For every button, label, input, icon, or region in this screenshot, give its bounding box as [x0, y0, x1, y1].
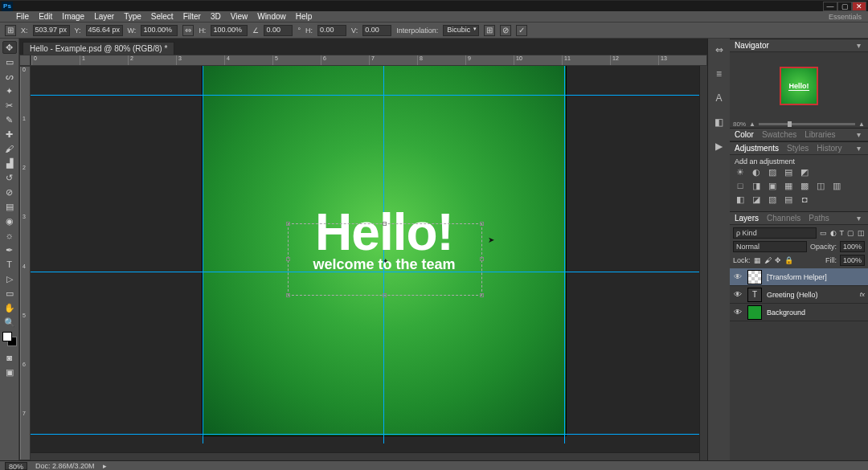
blur-tool-icon[interactable]: ◉: [2, 215, 17, 227]
transform-handle[interactable]: [480, 293, 484, 297]
menu-image[interactable]: Image: [57, 11, 89, 22]
minimize-button[interactable]: —: [823, 2, 837, 11]
tab-libraries[interactable]: Libraries: [805, 130, 835, 139]
menu-edit[interactable]: Edit: [34, 11, 57, 22]
eyedropper-tool-icon[interactable]: ✎: [2, 113, 17, 126]
menu-help[interactable]: Help: [291, 11, 317, 22]
brush-tool-icon[interactable]: 🖌: [2, 142, 17, 155]
transform-bounding-box[interactable]: ✦ ➤: [288, 223, 482, 296]
collapsed-panel-icon[interactable]: ▶: [711, 138, 727, 154]
transform-ref-point-icon[interactable]: ⊞: [5, 25, 16, 36]
opt-skewv-input[interactable]: 0.00: [362, 25, 391, 36]
layer-thumbnail[interactable]: [747, 305, 762, 320]
transform-handle[interactable]: [286, 293, 290, 297]
tab-navigator[interactable]: Navigator: [735, 41, 769, 50]
opt-skewh-input[interactable]: 0.00: [317, 25, 346, 36]
menu-layer[interactable]: Layer: [89, 11, 119, 22]
transform-handle[interactable]: [383, 293, 387, 297]
scrollbar-vertical[interactable]: [699, 66, 707, 460]
layer-thumbnail[interactable]: [747, 270, 762, 284]
hand-tool-icon[interactable]: ✋: [2, 301, 17, 314]
lock-transparent-icon[interactable]: ▦: [754, 256, 761, 264]
opt-angle-input[interactable]: 0.00: [264, 25, 293, 36]
close-button[interactable]: ✕: [852, 2, 866, 11]
layer-fx-badge[interactable]: fx: [860, 291, 865, 298]
filter-adjust-icon[interactable]: ◐: [830, 229, 837, 237]
menu-filter[interactable]: Filter: [178, 11, 206, 22]
layer-filter-kind[interactable]: ρ Kind: [733, 227, 817, 239]
crop-tool-icon[interactable]: ✂: [2, 99, 17, 112]
collapsed-panel-icon[interactable]: ◧: [711, 114, 727, 130]
path-tool-icon[interactable]: ▷: [2, 272, 17, 285]
transform-handle[interactable]: [383, 222, 387, 226]
collapsed-panel-icon[interactable]: A: [711, 90, 727, 106]
move-tool-icon[interactable]: ✥: [2, 41, 17, 54]
adj-exposure-icon[interactable]: ▤: [783, 167, 794, 178]
opt-w-input[interactable]: 100.00%: [141, 25, 178, 36]
eraser-tool-icon[interactable]: ⊘: [2, 186, 17, 198]
shape-tool-icon[interactable]: ▭: [2, 287, 17, 300]
layer-name[interactable]: Background: [767, 309, 805, 317]
layer-row[interactable]: 👁 [Transform Helper]: [730, 268, 868, 286]
panel-menu-icon[interactable]: ▾: [854, 41, 863, 50]
cancel-transform-icon[interactable]: ⊘: [500, 25, 511, 36]
transform-handle[interactable]: [286, 257, 290, 261]
menu-3d[interactable]: 3D: [206, 11, 226, 22]
lasso-tool-icon[interactable]: ᔕ: [2, 70, 17, 83]
gradient-tool-icon[interactable]: ▤: [2, 200, 17, 213]
tab-history[interactable]: History: [817, 144, 841, 153]
pen-tool-icon[interactable]: ✒: [2, 243, 17, 256]
transform-handle[interactable]: [480, 222, 484, 226]
filter-smart-icon[interactable]: ◫: [858, 229, 865, 237]
tab-layers[interactable]: Layers: [735, 214, 759, 223]
screen-mode-icon[interactable]: ▣: [2, 366, 17, 378]
navigator-thumbnail[interactable]: Hello!: [780, 67, 818, 105]
adj-lookup-icon[interactable]: ◫: [815, 181, 826, 191]
adj-hue-icon[interactable]: □: [735, 181, 746, 191]
zoom-slider-knob[interactable]: [788, 121, 792, 127]
history-brush-tool-icon[interactable]: ↺: [2, 171, 17, 184]
adj-selective-color-icon[interactable]: ▤: [783, 194, 794, 205]
lock-position-icon[interactable]: ✥: [775, 256, 781, 264]
menu-file[interactable]: File: [11, 11, 34, 22]
adj-channel-mixer-icon[interactable]: ▩: [799, 181, 810, 191]
canvas-viewport[interactable]: Hello! welcome to the team ✦ ➤: [31, 66, 707, 460]
blend-mode-select[interactable]: Normal: [733, 241, 807, 252]
tab-channels[interactable]: Channels: [767, 214, 800, 223]
adj-gradient-map-icon[interactable]: ▧: [767, 194, 778, 205]
status-arrow-icon[interactable]: ▸: [103, 462, 107, 470]
adj-bw-icon[interactable]: ▣: [767, 181, 778, 191]
link-wh-icon[interactable]: ⇔: [182, 25, 194, 36]
menu-select[interactable]: Select: [146, 11, 178, 22]
panel-menu-icon[interactable]: ▾: [854, 144, 863, 153]
menu-view[interactable]: View: [226, 11, 253, 22]
transform-handle[interactable]: [286, 222, 290, 226]
maximize-button[interactable]: ▢: [837, 2, 852, 11]
adj-invert-icon[interactable]: ▥: [831, 181, 842, 191]
fill-input[interactable]: 100%: [840, 255, 865, 266]
tab-swatches[interactable]: Swatches: [762, 130, 796, 139]
adj-curves-icon[interactable]: ▨: [767, 167, 778, 178]
collapsed-panel-icon[interactable]: ⇔: [711, 42, 727, 58]
tab-adjustments[interactable]: Adjustments: [735, 144, 779, 153]
transform-handle[interactable]: [480, 257, 484, 261]
menu-window[interactable]: Window: [252, 11, 291, 22]
menu-type[interactable]: Type: [119, 11, 146, 22]
healing-tool-icon[interactable]: ✚: [2, 128, 17, 141]
color-swatches[interactable]: [2, 332, 17, 346]
navigator-panel[interactable]: Hello!: [730, 52, 868, 120]
dodge-tool-icon[interactable]: ☼: [2, 229, 17, 242]
tab-styles[interactable]: Styles: [787, 144, 809, 153]
guide-line[interactable]: [31, 95, 707, 96]
quick-select-tool-icon[interactable]: ✦: [2, 84, 17, 97]
layer-name[interactable]: [Transform Helper]: [767, 273, 827, 281]
opacity-input[interactable]: 100%: [840, 241, 865, 252]
filter-type-icon[interactable]: T: [840, 229, 845, 237]
type-tool-icon[interactable]: T: [2, 258, 17, 271]
ruler-horizontal[interactable]: 0 1 2 3 4 5 6 7 8 9 10 11 12 13: [31, 55, 707, 66]
quick-mask-icon[interactable]: ◙: [2, 351, 17, 364]
zoom-slider-track[interactable]: [759, 123, 855, 125]
lock-all-icon[interactable]: 🔒: [784, 256, 793, 264]
status-zoom[interactable]: 80%: [5, 462, 27, 470]
guide-line[interactable]: [31, 434, 707, 435]
